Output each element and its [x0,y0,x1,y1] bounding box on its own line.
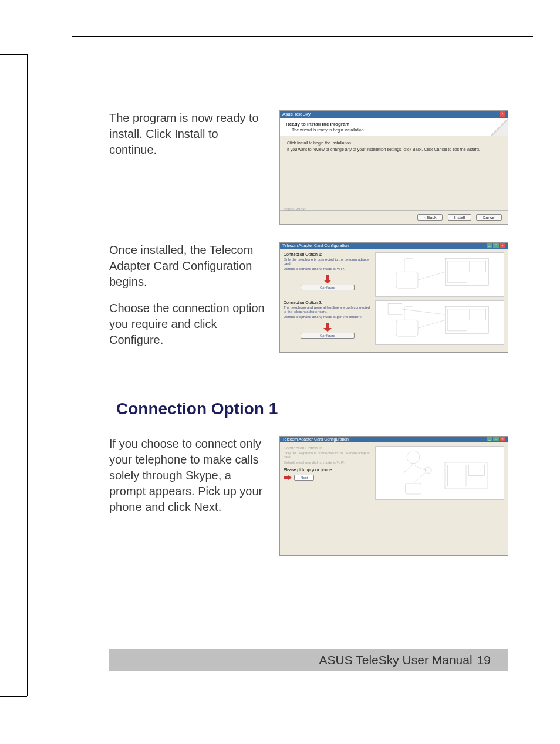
option-1-title: Connection Option 1: [284,446,372,450]
installer-header: Ready to Install the Program The wizard … [280,118,508,136]
installer-subheading: The wizard is ready to begin installatio… [292,128,502,132]
install-button[interactable]: Install [448,214,471,221]
instruction-text: Please pick up your phone [284,468,372,472]
step-3-text: If you choose to connect only your telep… [109,436,268,556]
installer-body: Click Install to begin the installation.… [280,136,508,210]
pickup-phone-diagram [375,446,504,500]
step-1: The program is now ready to install. Cli… [109,110,508,225]
body-text: If you want to review or change any of y… [287,147,501,151]
option-1-desc: Only the telephone is connected to the t… [284,451,372,459]
config-titlebar: Telecom Adapter Card Configuration _ □ × [280,437,508,442]
step-3: If you choose to connect only your telep… [109,436,508,556]
option-1-desc: Only the telephone is connected to the t… [284,258,372,266]
next-button[interactable]: Next [294,475,314,481]
paragraph: Choose the connection option you require… [109,300,268,348]
body-text: Click Install to begin the installation. [287,141,501,145]
close-icon[interactable]: × [500,437,505,441]
close-icon[interactable]: × [500,243,505,248]
config-dialog: Telecom Adapter Card Configuration _ □ ×… [279,242,508,353]
dialog-title: Telecom Adapter Card Configuration [282,243,349,249]
option-2-diagram [375,300,504,345]
option-2-desc2: Default telephone dialing mode is genera… [284,315,372,319]
dialog-title: Asus TeleSky [282,111,311,118]
page-content: The program is now ready to install. Cli… [109,110,508,573]
option-1-diagram [375,252,504,297]
svg-rect-16 [406,483,421,494]
svg-line-17 [413,473,425,483]
svg-line-4 [418,272,445,280]
svg-rect-14 [469,465,485,476]
svg-point-15 [407,451,420,464]
arrow-down-icon [323,275,332,283]
page-footer: ASUS TeleSky User Manual 19 [109,649,508,671]
arrow-down-icon [323,323,332,332]
svg-rect-7 [470,309,486,320]
svg-rect-2 [470,261,486,272]
maximize-icon[interactable]: □ [493,243,499,248]
footer-label: ASUS TeleSky User Manual [319,653,473,667]
step-1-text: The program is now ready to install. Cli… [109,110,268,225]
configure-button[interactable]: Configure [301,333,355,339]
dialog-title: Telecom Adapter Card Configuration [282,437,349,442]
installer-heading: Ready to Install the Program [286,121,502,127]
page-number: 19 [477,653,491,667]
option-1-row: Connection Option 1: Only the telephone … [284,252,504,297]
minimize-icon[interactable]: _ [487,437,492,441]
paragraph: Once installed, the Telecom Adapter Card… [109,242,268,290]
paragraph: If you choose to connect only your telep… [109,436,268,515]
section-heading: Connection Option 1 [116,400,508,418]
close-icon[interactable]: × [500,111,505,117]
svg-line-9 [418,320,445,328]
back-button[interactable]: < Back [417,214,443,221]
cancel-button[interactable]: Cancel [476,214,502,221]
step-2: Once installed, the Telecom Adapter Card… [109,242,508,359]
svg-rect-10 [388,304,402,315]
option-2-row: Connection Option 2: The telephone and g… [284,300,504,345]
brand-label: InstallShield [284,207,306,211]
installer-dialog: Asus TeleSky × Ready to Install the Prog… [279,110,508,225]
svg-rect-1 [448,261,467,283]
option-2-desc: The telephone and general landline are b… [284,306,372,314]
svg-rect-13 [448,465,467,486]
paragraph: The program is now ready to install. Cli… [109,110,268,158]
option-1-title: Connection Option 1: [284,252,372,256]
installer-titlebar: Asus TeleSky × [280,111,508,118]
arrow-right-icon [284,475,292,480]
option-1-desc2: Default telephone dialing mode is VoIP. [284,461,372,465]
svg-rect-8 [396,320,418,336]
step-2-text: Once installed, the Telecom Adapter Card… [109,242,268,359]
page-curl-icon [490,118,508,136]
svg-rect-6 [448,309,467,331]
config-titlebar: Telecom Adapter Card Configuration _ □ × [280,243,508,249]
option-1-desc2: Default telephone dialing mode is VoIP. [284,267,372,271]
minimize-icon[interactable]: _ [487,243,492,248]
config-dialog-option1: Telecom Adapter Card Configuration _ □ ×… [279,436,508,556]
svg-rect-3 [396,272,418,288]
svg-line-11 [402,309,445,314]
installer-footer: InstallShield < Back Install Cancel [280,210,508,224]
configure-button[interactable]: Configure [301,285,355,290]
option-1-row: Connection Option 1: Only the telephone … [284,446,504,500]
option-2-title: Connection Option 2: [284,300,372,305]
maximize-icon[interactable]: □ [493,437,499,441]
